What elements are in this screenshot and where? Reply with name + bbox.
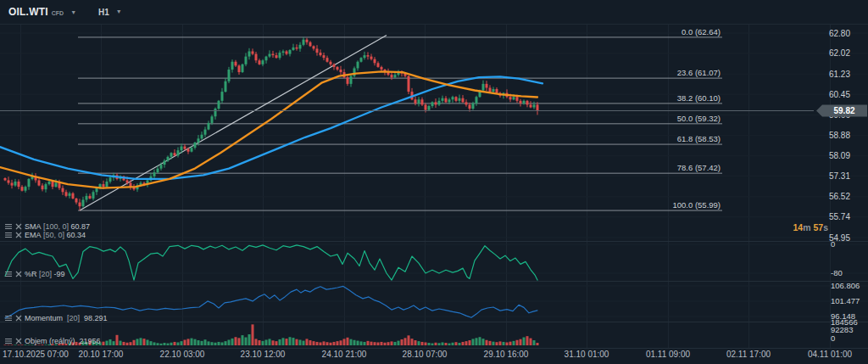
chart-canvas[interactable]: 0.0 (62.64)23.6 (61.07)38.2 (60.10)50.0 …	[0, 0, 868, 364]
price-axis-label: 62.02	[829, 48, 850, 58]
chevron-down-icon: ▼	[116, 8, 122, 14]
fib-label: 38.2 (60.10)	[677, 93, 721, 103]
price-axis-label: 62.80	[829, 29, 850, 38]
indicator-legend-momentum: Momentum [20] 98.291	[5, 314, 108, 322]
candle-countdown-timer: 14m 57s	[793, 222, 828, 232]
indicator-axis-label: 0	[831, 333, 835, 343]
indicator-settings-icon[interactable]	[5, 315, 13, 322]
fib-label: 61.8 (58.53)	[677, 134, 721, 143]
indicator-legend-volume: Objem (reálný) 21956	[5, 337, 101, 345]
indicator-close-icon[interactable]	[15, 232, 22, 238]
indicator-settings-icon[interactable]	[5, 338, 13, 344]
indicator-value: 21956	[80, 337, 101, 345]
time-axis-label: 24.10 21:00	[322, 350, 367, 359]
time-axis-label: 31.10 01:00	[565, 350, 609, 359]
indicator-axis-label: -80	[831, 268, 843, 277]
time-axis-label: 20.10 17:00	[79, 350, 124, 359]
price-axis-label: 57.31	[829, 171, 850, 181]
indicator-axis-label: 101.477	[831, 296, 860, 305]
time-axis[interactable]: 17.10.2025 07:0020.10 17:0022.10 03:0023…	[3, 350, 852, 359]
price-axis-label: 56.52	[829, 192, 850, 201]
symbol-name: OIL.WTI	[8, 6, 48, 18]
timer-seconds: 57	[813, 222, 823, 232]
fib-label: 0.0 (62.64)	[682, 27, 721, 36]
price-axis-label: 61.23	[829, 70, 850, 79]
symbol-selector[interactable]: OIL.WTI CFD ▼	[8, 6, 76, 18]
indicator-value: 60.34	[67, 231, 86, 239]
price-axis-label: 58.88	[829, 131, 850, 140]
indicator-axis-label: 106.806	[831, 281, 860, 290]
time-axis-label: 29.10 16:00	[484, 350, 529, 359]
timer-minutes-unit: m	[803, 222, 813, 232]
indicator-legend-sma: SMA [100, 0] 60.87	[5, 222, 90, 231]
indicator-settings-icon[interactable]	[5, 232, 13, 238]
indicator-name: Momentum	[25, 314, 63, 322]
indicator-params: [20]	[37, 270, 54, 278]
fib-label: 50.0 (59.32)	[677, 114, 721, 123]
price-axis[interactable]: 62.8062.0261.2360.4559.6658.8858.0957.31…	[829, 29, 860, 344]
indicator-close-icon[interactable]	[15, 315, 22, 322]
current-price-badge: 59.82	[816, 104, 867, 116]
time-axis-label: 02.11 17:00	[726, 350, 771, 359]
wpr-line	[5, 245, 537, 280]
fib-label: 78.6 (57.42)	[677, 163, 721, 172]
indicator-value: 98.291	[84, 314, 108, 322]
indicator-name: %R	[25, 270, 37, 278]
fib-label: 23.6 (61.07)	[677, 68, 721, 77]
time-axis-label: 01.11 09:00	[646, 350, 691, 359]
horizontal-gridlines	[0, 33, 868, 316]
sma-line	[0, 76, 542, 179]
fib-label: 100.0 (55.99)	[672, 200, 721, 210]
time-axis-label: 23.10 12:00	[241, 350, 286, 359]
indicator-name: EMA	[25, 231, 42, 239]
time-axis-label: 04.11 01:00	[808, 350, 853, 359]
time-axis-label: 22.10 03:00	[160, 350, 205, 359]
indicator-legend-wpr: %R [20] -99	[5, 270, 65, 278]
indicator-close-icon[interactable]	[15, 338, 22, 344]
time-axis-label: 17.10.2025 07:00	[3, 350, 69, 359]
chevron-down-icon: ▼	[70, 9, 76, 15]
svg-text:59.82: 59.82	[833, 106, 854, 115]
indicator-close-icon[interactable]	[15, 223, 22, 230]
indicator-name: SMA	[25, 222, 42, 231]
time-axis-label: 28.10 07:00	[403, 350, 448, 359]
indicator-close-icon[interactable]	[15, 271, 22, 277]
indicator-name: Objem (reálný)	[25, 337, 75, 345]
timeframe-label: H1	[98, 8, 109, 17]
timer-minutes: 14	[793, 222, 804, 232]
price-axis-label: 60.45	[829, 90, 850, 99]
indicator-settings-icon[interactable]	[5, 271, 13, 277]
price-axis-label: 58.09	[829, 151, 850, 160]
indicator-params: [20]	[63, 314, 84, 322]
indicator-axis-label: 0	[831, 239, 835, 249]
indicator-legend-ema: EMA [50, 0] 60.34	[5, 231, 86, 239]
timeframe-selector[interactable]: H1 ▼	[98, 8, 122, 17]
chart-toolbar: OIL.WTI CFD ▼ H1 ▼	[0, 0, 868, 25]
trading-chart-widget: OIL.WTI CFD ▼ H1 ▼ 0.0 (62.64)23.6 (61.0…	[0, 0, 868, 364]
indicator-params: [100, 0]	[42, 222, 71, 231]
symbol-type-badge: CFD	[52, 10, 64, 16]
price-axis-label: 55.74	[829, 212, 850, 221]
indicator-value: -99	[54, 270, 65, 278]
timer-seconds-unit: s	[823, 222, 828, 232]
trendline[interactable]	[80, 35, 387, 210]
fibonacci-retracement[interactable]: 0.0 (62.64)23.6 (61.07)38.2 (60.10)50.0 …	[78, 27, 722, 210]
indicator-settings-icon[interactable]	[5, 223, 13, 230]
indicator-params: [50, 0]	[42, 231, 67, 239]
indicator-value: 60.87	[71, 222, 91, 231]
